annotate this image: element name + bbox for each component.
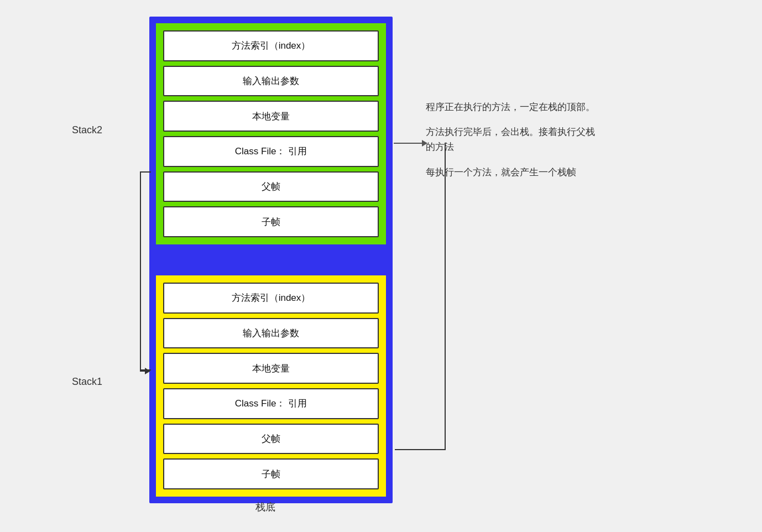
stack1-row-1: 输入输出参数	[163, 318, 379, 349]
stack2-row-1: 输入输出参数	[163, 66, 379, 97]
stack2-row-2: 本地变量	[163, 101, 379, 132]
bracket-arrow	[140, 371, 150, 372]
stack2-row-3: Class File： 引用	[163, 136, 379, 167]
stack2-row-5: 子帧	[163, 206, 379, 237]
stack2-row-0: 方法索引（index）	[163, 30, 379, 61]
annotation-1: 方法执行完毕后，会出栈。接着执行父栈的方法	[426, 124, 735, 154]
stack2-row-4: 父帧	[163, 171, 379, 202]
bottom-label: 栈底	[238, 500, 293, 514]
arrow-stack2-annotation	[394, 143, 427, 144]
annotation-2: 每执行一个方法，就会产生一个栈帧	[426, 165, 735, 180]
stack1-row-5: 子帧	[163, 458, 379, 489]
stack1-row-3: Class File： 引用	[163, 388, 379, 419]
stack2-box: 方法索引（index） 输入输出参数 本地变量 Class File： 引用 父…	[156, 23, 386, 244]
annotations-container: 程序正在执行的方法，一定在栈的顶部。 方法执行完毕后，会出栈。接着执行父栈的方法…	[426, 100, 735, 190]
line-stack1-right	[395, 449, 445, 450]
annotation-0: 程序正在执行的方法，一定在栈的顶部。	[426, 100, 735, 114]
stack-container: 方法索引（index） 输入输出参数 本地变量 Class File： 引用 父…	[149, 17, 393, 503]
stack1-row-2: 本地变量	[163, 353, 379, 384]
stack1-row-4: 父帧	[163, 424, 379, 455]
stack2-label: Stack2	[72, 124, 102, 136]
bracket-line	[140, 171, 151, 371]
bracket-arrow-line	[140, 371, 150, 372]
stack1-row-0: 方法索引（index）	[163, 283, 379, 314]
stack1-box: 方法索引（index） 输入输出参数 本地变量 Class File： 引用 父…	[156, 275, 386, 497]
stack1-label: Stack1	[72, 376, 102, 388]
